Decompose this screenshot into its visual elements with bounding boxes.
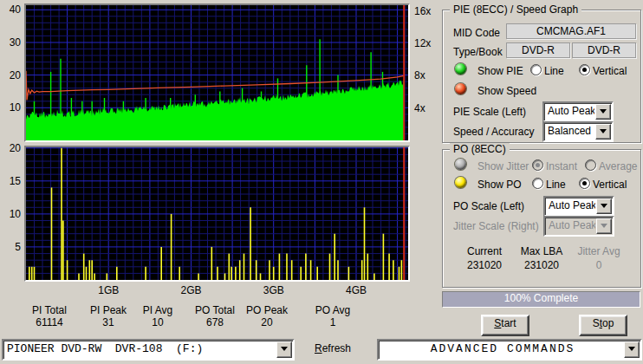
advanced-commands-value: ADVANCED COMMANDS (382, 341, 623, 356)
axis-tick-label: 4GB (344, 284, 368, 296)
axis-tick-label: 15 (0, 175, 21, 187)
pie-panel-title: PIE (8ECC) / Speed Graph (450, 3, 581, 16)
po-panel-title: PO (8ECC) (450, 143, 510, 155)
jitter-average-label: Average (599, 160, 637, 172)
axis-tick-label: 20 (0, 142, 21, 154)
show-pie-label: Show PIE (477, 65, 523, 77)
jitter-scale-value: Auto Peak (549, 218, 595, 232)
po-peak-label: PO Peak (231, 304, 303, 316)
chevron-down-icon (601, 204, 607, 211)
jitter-instant-radio (532, 159, 543, 171)
pie-line-label: Line (544, 65, 564, 77)
po-avg-value: 1 (296, 316, 369, 328)
show-speed-label: Show Speed (477, 85, 536, 97)
axis-tick-label: 3GB (262, 284, 286, 296)
jitter-scale-dropdown: Auto Peak (543, 216, 614, 237)
type-book-label: Type/Book (453, 46, 503, 58)
dropdown-arrow-button[interactable] (624, 341, 640, 358)
disc-quality-scan-window: 102030404x8x12x16x51015201GB2GB3GB4GB PI… (0, 0, 643, 364)
pie-vertical-label: Vertical (593, 65, 627, 77)
current-label: Current (457, 245, 512, 257)
po-vertical-radio[interactable] (579, 178, 590, 189)
dropdown-arrow-button[interactable] (595, 104, 611, 120)
pie-speed-panel: PIE (8ECC) / Speed Graph MID Code CMCMAG… (442, 10, 641, 143)
po-scale-label: PO Scale (Left) (453, 200, 524, 212)
axis-tick-label: 40 (0, 3, 21, 16)
chevron-down-icon (600, 109, 607, 117)
max-lba-value: 231020 (514, 259, 569, 271)
axis-tick-label: 2GB (179, 284, 203, 296)
max-lba-label: Max LBA (514, 245, 569, 257)
po-peak-value: 20 (231, 316, 303, 328)
chevron-down-icon (601, 224, 607, 231)
show-speed-led-button[interactable] (455, 83, 466, 94)
speed-accuracy-value: Balanced (548, 124, 594, 138)
po-line-label: Line (546, 179, 566, 191)
book-value: DVD-R (572, 42, 636, 58)
type-value: DVD-R (506, 42, 570, 58)
po-plot (26, 147, 408, 280)
po-avg-label: PO Avg (296, 304, 369, 316)
pie-line-radio[interactable] (530, 64, 542, 75)
pie-scale-value: Auto Peak (548, 104, 594, 118)
jitter-instant-label: Instant (546, 160, 577, 172)
dropdown-arrow-button[interactable] (595, 124, 611, 140)
stop-button[interactable]: Stop (579, 315, 627, 336)
show-po-label: Show PO (477, 179, 522, 191)
mid-code-label: MID Code (453, 27, 500, 39)
refresh-link[interactable]: Refresh (315, 342, 351, 354)
axis-tick-label: 1GB (96, 284, 120, 296)
progress-bar: 100% Complete (442, 291, 640, 308)
jitter-average-radio (585, 159, 596, 171)
po-scale-value: Auto Peak (549, 198, 595, 212)
dropdown-arrow-button[interactable] (276, 341, 292, 358)
pie-scale-label: PIE Scale (Left) (453, 106, 526, 118)
axis-tick-label: 8x (414, 69, 425, 81)
pie-vertical-radio[interactable] (579, 64, 590, 75)
axis-tick-label: 30 (0, 36, 21, 49)
po-panel: PO (8ECC) Show Jitter Instant Average Sh… (442, 149, 641, 288)
drive-selector-value: PIONEER DVD-RW DVR-108 (F:) (7, 341, 276, 356)
axis-tick-label: 10 (0, 101, 21, 114)
axis-tick-label: 16x (414, 5, 431, 17)
po-scale-dropdown[interactable]: Auto Peak (543, 196, 614, 217)
axis-tick-label: 20 (0, 69, 21, 81)
mid-code-value: CMCMAG.AF1 (506, 23, 636, 39)
show-jitter-led-button (455, 159, 466, 170)
po-graph (24, 146, 410, 282)
dropdown-arrow-button[interactable] (596, 198, 612, 214)
chevron-down-icon (628, 347, 635, 354)
advanced-commands-dropdown[interactable]: ADVANCED COMMANDS (377, 339, 642, 361)
po-line-radio[interactable] (532, 178, 543, 189)
jitter-scale-label: Jitter Scale (Right) (453, 220, 539, 232)
current-value: 231020 (457, 259, 512, 271)
chevron-down-icon (600, 129, 607, 137)
pie-speed-graph (24, 3, 410, 142)
pie-scale-dropdown[interactable]: Auto Peak (542, 101, 614, 122)
axis-tick-label: 12x (414, 37, 431, 49)
po-vertical-label: Vertical (593, 179, 627, 191)
start-button[interactable]: Start (481, 315, 529, 336)
dropdown-arrow-button (596, 218, 612, 234)
axis-tick-label: 4x (414, 102, 425, 114)
pie-speed-plot (26, 5, 408, 140)
jitter-avg-value: 0 (571, 259, 627, 271)
chevron-down-icon (281, 347, 288, 354)
jitter-avg-label: Jitter Avg (571, 245, 627, 257)
show-jitter-label: Show Jitter (477, 160, 529, 172)
progress-text: 100% Complete (443, 292, 640, 305)
speed-accuracy-label: Speed / Accuracy (453, 126, 534, 138)
show-po-led-button[interactable] (455, 177, 466, 188)
show-pie-led-button[interactable] (455, 63, 466, 75)
axis-tick-label: 5 (0, 241, 21, 253)
axis-tick-label: 10 (0, 208, 21, 220)
drive-selector-dropdown[interactable]: PIONEER DVD-RW DVR-108 (F:) (2, 339, 295, 361)
speed-accuracy-dropdown[interactable]: Balanced (542, 121, 614, 142)
